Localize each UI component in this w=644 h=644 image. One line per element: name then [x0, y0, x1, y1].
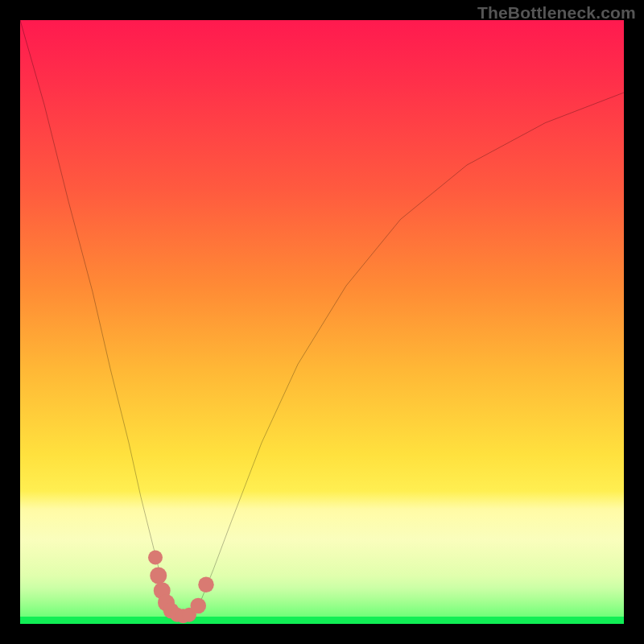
- curve-svg: [20, 20, 624, 624]
- chart-frame: TheBottleneck.com: [0, 0, 644, 644]
- curve-marker: [198, 577, 214, 592]
- curve-markers: [148, 551, 214, 624]
- curve-marker: [191, 598, 207, 613]
- curve-marker: [148, 551, 163, 565]
- bottleneck-curve: [20, 20, 624, 618]
- curve-marker: [150, 568, 167, 584]
- plot-area: [20, 20, 624, 624]
